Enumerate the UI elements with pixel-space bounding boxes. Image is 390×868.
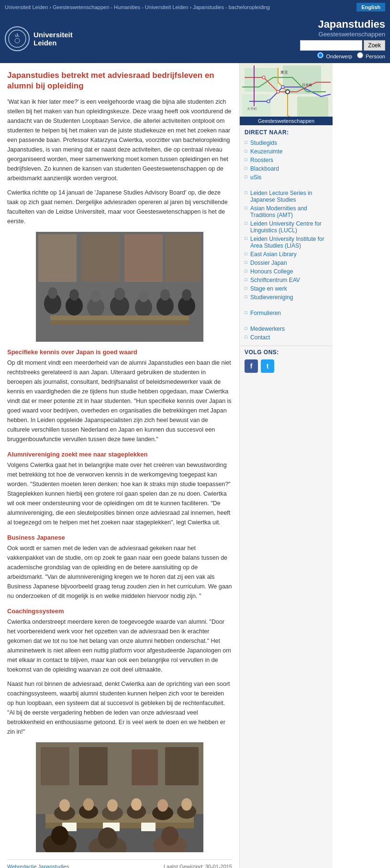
svg-point-63 bbox=[286, 90, 290, 94]
site-header: UL Universiteit Leiden Japanstudies Gees… bbox=[0, 14, 390, 63]
volg-ons-title: VOLG ONS: bbox=[240, 346, 333, 358]
svg-rect-29 bbox=[132, 749, 158, 785]
sidebar-link-lias[interactable]: Leiden University Institute for Area Stu… bbox=[245, 235, 328, 250]
section2-text: Volgens Cwiertka gaat het in belangrijke… bbox=[7, 460, 232, 527]
svg-point-49 bbox=[51, 826, 68, 845]
sidebar-link-blackboard[interactable]: Blackboard bbox=[245, 164, 328, 173]
content-area: Japanstudies betrekt met adviesraad bedr… bbox=[0, 63, 239, 868]
meeting-photo bbox=[36, 742, 203, 852]
sidebar-link-schriftcentrum[interactable]: Schriftcentrum EAV bbox=[245, 276, 328, 284]
sidebar-link-leiden-lecture[interactable]: Leiden Lecture Series in Japanese Studie… bbox=[245, 189, 328, 204]
svg-point-53 bbox=[161, 826, 178, 846]
section1-text: Op dit moment vindt een meerderheid van … bbox=[7, 358, 232, 444]
svg-rect-55 bbox=[245, 68, 278, 92]
sidebar: 東京 日本橋 大手町 Geesteswetenschappen DIRECT N… bbox=[239, 63, 333, 868]
sidebar-link-lucl[interactable]: Leiden University Centre for Linguistics… bbox=[245, 219, 328, 235]
svg-rect-27 bbox=[41, 747, 69, 785]
svg-point-51 bbox=[98, 827, 117, 848]
radio-onderwerp[interactable] bbox=[317, 52, 323, 58]
section4-para2: Naast hun rol binnen de adviesraad, denk… bbox=[7, 679, 232, 737]
section4-para1: Cwiertka onderstreept meerdere keren de … bbox=[7, 617, 232, 674]
sidebar-link-honours-college[interactable]: Honours College bbox=[245, 267, 328, 276]
svg-text:東京: 東京 bbox=[280, 70, 288, 75]
logo-text: Universiteit Leiden bbox=[33, 31, 73, 47]
webredactie-link[interactable]: Webredactie Japanstudies bbox=[7, 864, 69, 868]
svg-rect-5 bbox=[38, 234, 77, 282]
section4-heading: Coachingssysteem bbox=[7, 608, 232, 615]
radio-persoon-label[interactable]: Persoon bbox=[357, 52, 385, 59]
page-subtitle: Geesteswetenschappen bbox=[300, 31, 385, 38]
svg-point-44 bbox=[181, 798, 192, 811]
article-para2: Cwiertka richtte op 14 januari de 'Japan… bbox=[7, 188, 232, 226]
svg-text:大手町: 大手町 bbox=[247, 107, 257, 110]
svg-point-34 bbox=[59, 799, 70, 812]
article-body: 'Wat kan ik hier later mee?' is een veel… bbox=[7, 97, 232, 868]
article-footer: Webredactie Japanstudies Laatst Gewijzig… bbox=[7, 859, 232, 868]
footer-date: Laatst Gewijzigd: 30-01-2015 bbox=[164, 864, 232, 868]
sidebar-link-amt[interactable]: Asian Modernities and Traditions (AMT) bbox=[245, 204, 328, 219]
sidebar-link-usis[interactable]: uSis bbox=[245, 173, 328, 182]
svg-point-10 bbox=[48, 287, 57, 299]
sidebar-link-dossier-japan[interactable]: Dossier Japan bbox=[245, 259, 328, 267]
sidebar-link-keuzeruimte[interactable]: Keuzeruimte bbox=[245, 147, 328, 156]
svg-point-22 bbox=[182, 289, 191, 301]
svg-rect-24 bbox=[50, 320, 189, 325]
svg-rect-7 bbox=[124, 234, 163, 282]
twitter-icon[interactable]: t bbox=[261, 359, 274, 373]
svg-point-36 bbox=[83, 798, 94, 811]
svg-point-61 bbox=[267, 100, 270, 103]
article-para1: 'Wat kan ik hier later mee?' is een veel… bbox=[7, 97, 232, 183]
svg-point-42 bbox=[157, 799, 168, 812]
svg-point-40 bbox=[131, 798, 142, 811]
header-right: Japanstudies Geesteswetenschappen Zoek O… bbox=[300, 18, 385, 59]
sidebar-link-medewerkers[interactable]: Medewerkers bbox=[245, 325, 328, 333]
article-title: Japanstudies betrekt met adviesraad bedr… bbox=[7, 70, 232, 91]
sidebar-direct-naar: DIRECT NAAR: Studiegids Keuzeruimte Roos… bbox=[240, 125, 333, 346]
main-container: Japanstudies betrekt met adviesraad bedr… bbox=[0, 63, 390, 868]
svg-rect-28 bbox=[79, 747, 108, 785]
sidebar-map: 東京 日本橋 大手町 Geesteswetenschappen bbox=[240, 63, 333, 125]
section3-heading: Business Japanese bbox=[7, 534, 232, 541]
search-area: Zoek bbox=[300, 40, 385, 51]
svg-rect-58 bbox=[297, 97, 328, 118]
svg-point-12 bbox=[69, 289, 79, 301]
svg-rect-47 bbox=[141, 823, 156, 831]
social-icons: f t bbox=[240, 358, 333, 377]
search-button[interactable]: Zoek bbox=[364, 40, 385, 51]
group-photo bbox=[36, 232, 203, 342]
radio-onderwerp-label[interactable]: Onderwerp bbox=[317, 52, 352, 59]
sidebar-map-label: Geesteswetenschappen bbox=[240, 117, 333, 125]
svg-point-20 bbox=[160, 289, 170, 301]
svg-point-60 bbox=[277, 90, 279, 93]
sidebar-section-title: DIRECT NAAR: bbox=[245, 129, 328, 136]
logo-area: UL Universiteit Leiden bbox=[5, 26, 73, 51]
sidebar-link-studievereniging[interactable]: Studievereniging bbox=[245, 293, 328, 302]
language-button[interactable]: English bbox=[357, 3, 385, 11]
breadcrumb: Universiteit Leiden › Geesteswetenschapp… bbox=[5, 4, 270, 10]
sidebar-link-roosters[interactable]: Roosters bbox=[245, 156, 328, 164]
svg-point-38 bbox=[107, 799, 118, 812]
sidebar-link-formulieren[interactable]: Formulieren bbox=[245, 309, 328, 317]
sidebar-link-studiegids[interactable]: Studiegids bbox=[245, 139, 328, 147]
page-title: Japanstudies bbox=[300, 18, 385, 31]
sidebar-link-contact[interactable]: Contact bbox=[245, 333, 328, 342]
search-options: Onderwerp Persoon bbox=[300, 52, 385, 59]
radio-persoon[interactable] bbox=[357, 52, 363, 58]
sidebar-link-stage[interactable]: Stage en werk bbox=[245, 284, 328, 293]
svg-point-62 bbox=[281, 86, 284, 88]
svg-rect-57 bbox=[242, 94, 271, 118]
svg-text:日本橋: 日本橋 bbox=[302, 83, 312, 87]
section2-heading: Alumnivereniging zoekt mee naar stageple… bbox=[7, 451, 232, 458]
volg-ons-section: VOLG ONS: f t bbox=[240, 346, 333, 377]
facebook-icon[interactable]: f bbox=[245, 359, 258, 373]
section1-heading: Specifieke kennis over Japan is goed waa… bbox=[7, 348, 232, 356]
svg-point-59 bbox=[262, 76, 265, 79]
svg-point-16 bbox=[114, 288, 125, 300]
svg-rect-6 bbox=[81, 234, 120, 282]
sidebar-link-east-asian[interactable]: East Asian Library bbox=[245, 250, 328, 259]
svg-point-2 bbox=[15, 38, 20, 43]
svg-point-18 bbox=[139, 291, 148, 302]
search-input[interactable] bbox=[300, 40, 362, 51]
section3-text: Ook wordt er samen met de leden van de a… bbox=[7, 543, 232, 601]
svg-rect-8 bbox=[165, 234, 201, 282]
